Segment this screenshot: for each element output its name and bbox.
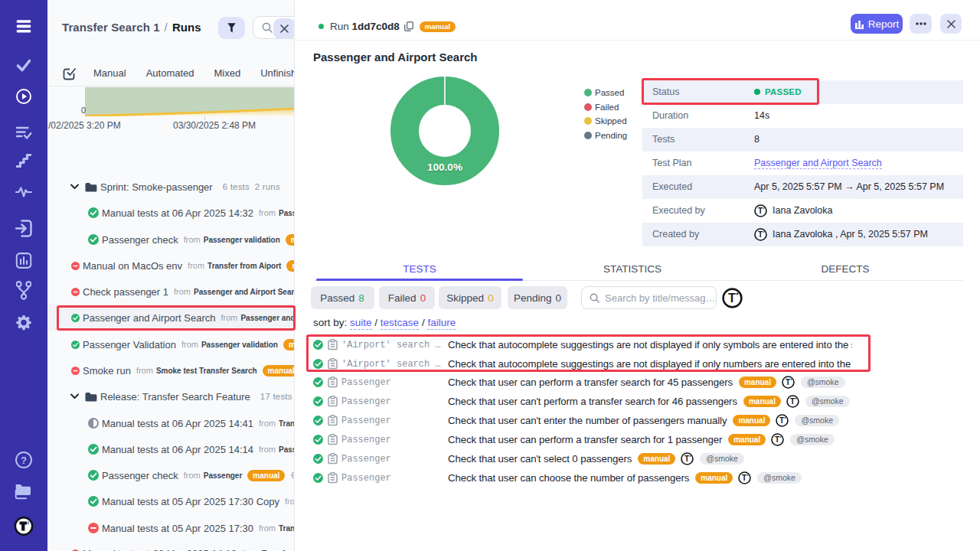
svg-text:?: ?	[21, 455, 27, 466]
